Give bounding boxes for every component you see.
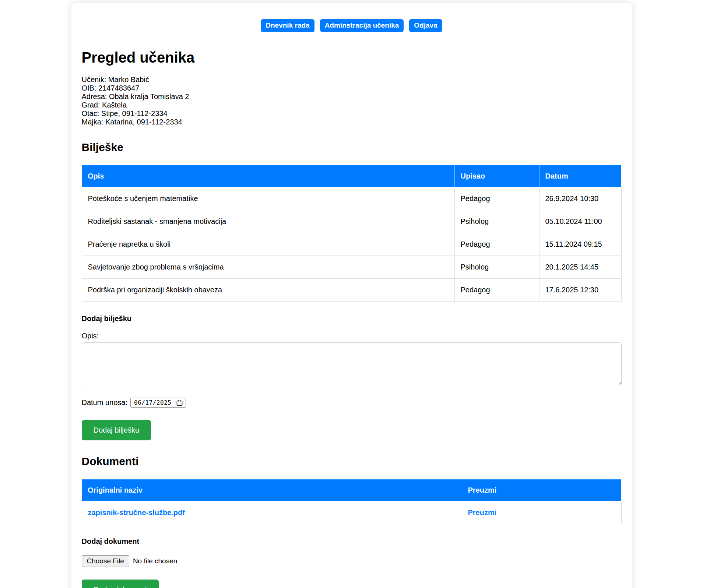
note-opis-cell: Praćenje napretka u školi (82, 233, 454, 256)
table-row: zapisnik-stručne-službe.pdf Preuzmi (82, 501, 621, 524)
choose-file-button[interactable]: Choose File (82, 555, 129, 567)
date-unosa-label: Datum unosa: (82, 398, 128, 407)
table-row: Poteškoće s učenjem matematike Pedagog 2… (82, 187, 621, 210)
note-upisao-cell: Pedagog (454, 278, 539, 301)
notes-header-opis: Opis (82, 165, 454, 187)
student-father-line: Otac: Stipe, 091-112-2334 (82, 109, 622, 118)
add-document-button[interactable]: Dodaj dokument (82, 580, 159, 588)
add-note-title: Dodaj bilješku (82, 314, 622, 323)
notes-section-title: Bilješke (82, 141, 622, 154)
notes-table: Opis Upisao Datum Poteškoće s učenjem ma… (82, 165, 622, 302)
table-row: Savjetovanje zbog problema s vršnjacima … (82, 256, 621, 278)
note-opis-cell: Savjetovanje zbog problema s vršnjacima (82, 256, 454, 278)
add-note-button[interactable]: Dodaj bilješku (82, 420, 151, 440)
note-datum-cell: 17.6.2025 12:30 (539, 278, 621, 301)
calendar-icon[interactable] (176, 399, 183, 406)
note-opis-cell: Podrška pri organizaciji školskih obavez… (82, 278, 454, 301)
documents-table-header-row: Originalni naziv Preuzmi (82, 479, 621, 501)
top-nav: Dnevnik rada Adminstracija učenika Odjav… (82, 19, 622, 32)
document-name-cell: zapisnik-stručne-službe.pdf (82, 501, 462, 524)
table-row: Roditeljski sastanak - smanjena motivaci… (82, 210, 621, 233)
notes-header-datum: Datum (539, 165, 621, 187)
student-info: Učenik: Marko Babić OIB: 2147483647 Adre… (82, 75, 622, 126)
student-city-line: Grad: Kaštela (82, 101, 622, 109)
note-upisao-cell: Pedagog (454, 233, 539, 256)
main-card: Dnevnik rada Adminstracija učenika Odjav… (71, 3, 632, 588)
documents-section-title: Dokumenti (82, 455, 622, 468)
note-upisao-cell: Psiholog (454, 210, 539, 233)
note-opis-cell: Poteškoće s učenjem matematike (82, 187, 454, 210)
note-opis-textarea[interactable] (82, 342, 622, 385)
note-opis-label: Opis: (82, 332, 622, 340)
notes-header-upisao: Upisao (454, 165, 539, 187)
add-document-title: Dodaj dokument (82, 537, 622, 546)
note-datum-cell: 26.9.2024 10:30 (539, 187, 621, 210)
student-oib-line: OIB: 2147483647 (82, 84, 622, 92)
documents-header-download: Preuzmi (462, 479, 621, 501)
student-mother-line: Majka: Katarina, 091-112-2334 (82, 118, 622, 126)
table-row: Podrška pri organizaciji školskih obavez… (82, 278, 621, 301)
note-datum-cell: 15.11.2024 09:15 (539, 233, 621, 256)
nav-button-odjava[interactable]: Odjava (409, 19, 442, 32)
documents-table: Originalni naziv Preuzmi zapisnik-stručn… (82, 479, 622, 524)
document-download-cell: Preuzmi (462, 501, 621, 524)
note-datum-cell: 20.1.2025 14:45 (539, 256, 621, 278)
file-status-text: No file chosen (133, 557, 177, 565)
document-name-link[interactable]: zapisnik-stručne-službe.pdf (88, 508, 185, 517)
notes-table-header-row: Opis Upisao Datum (82, 165, 621, 187)
note-datum-cell: 05.10.2024 11:00 (539, 210, 621, 233)
nav-button-administracija-ucenika[interactable]: Adminstracija učenika (320, 19, 404, 32)
nav-button-dnevnik-rada[interactable]: Dnevnik rada (261, 19, 314, 32)
documents-header-name: Originalni naziv (82, 479, 462, 501)
note-opis-cell: Roditeljski sastanak - smanjena motivaci… (82, 210, 454, 233)
table-row: Praćenje napretka u školi Pedagog 15.11.… (82, 233, 621, 256)
date-input-value[interactable]: 06/17/2025 (134, 399, 171, 406)
date-input[interactable]: 06/17/2025 (130, 398, 186, 408)
document-download-link[interactable]: Preuzmi (468, 508, 497, 517)
page-title: Pregled učenika (82, 49, 622, 66)
note-upisao-cell: Psiholog (454, 256, 539, 278)
student-name-line: Učenik: Marko Babić (82, 75, 622, 84)
student-address-line: Adresa: Obala kralja Tomislava 2 (82, 92, 622, 101)
note-upisao-cell: Pedagog (454, 187, 539, 210)
